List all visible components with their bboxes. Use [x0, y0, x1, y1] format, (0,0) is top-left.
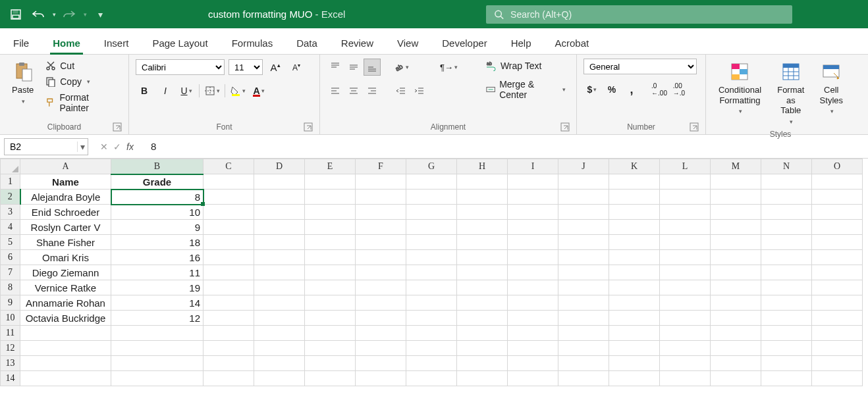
clipboard-dialog-launcher[interactable] [113, 122, 122, 132]
cell-J6[interactable] [558, 250, 609, 265]
cell-D2[interactable] [254, 190, 305, 205]
column-header-I[interactable]: I [508, 159, 558, 174]
cell-A12[interactable] [20, 341, 111, 356]
cell-A13[interactable] [20, 356, 111, 371]
cell-J11[interactable] [558, 326, 609, 341]
cell-C4[interactable] [203, 220, 254, 235]
cell-A10[interactable]: Octavia Buckridge [20, 311, 111, 326]
cell-K8[interactable] [609, 280, 660, 295]
cell-M13[interactable] [711, 356, 761, 371]
tab-file[interactable]: File [11, 31, 32, 54]
tab-developer[interactable]: Developer [439, 31, 489, 54]
cell-D8[interactable] [254, 280, 305, 295]
align-center-button[interactable] [345, 82, 362, 99]
enter-formula-icon[interactable]: ✓ [113, 141, 121, 152]
cell-K12[interactable] [609, 341, 660, 356]
cell-L6[interactable] [660, 250, 711, 265]
cell-H11[interactable] [457, 326, 508, 341]
cell-B13[interactable] [111, 356, 203, 371]
row-header-10[interactable]: 10 [1, 311, 20, 326]
cell-B2[interactable]: 8 [111, 190, 203, 205]
text-direction-button[interactable]: ¶→▾ [440, 59, 458, 76]
select-all-corner[interactable] [1, 159, 20, 174]
cell-I2[interactable] [508, 190, 558, 205]
underline-button[interactable]: U▾ [178, 82, 195, 99]
cell-C6[interactable] [203, 250, 254, 265]
cell-B7[interactable]: 11 [111, 265, 203, 280]
cell-I1[interactable] [508, 174, 558, 190]
column-header-H[interactable]: H [457, 159, 508, 174]
cell-L9[interactable] [660, 295, 711, 311]
cell-J7[interactable] [558, 265, 609, 280]
cell-A11[interactable] [20, 326, 111, 341]
cell-I13[interactable] [508, 356, 558, 371]
cell-E12[interactable] [305, 341, 356, 356]
tab-insert[interactable]: Insert [101, 31, 132, 54]
cell-A3[interactable]: Enid Schroeder [20, 205, 111, 220]
cell-B11[interactable] [111, 326, 203, 341]
format-as-table-button[interactable]: Format as Table▾ [770, 59, 812, 128]
cell-L4[interactable] [660, 220, 711, 235]
cell-C2[interactable] [203, 190, 254, 205]
row-header-13[interactable]: 13 [1, 356, 20, 371]
cell-E4[interactable] [305, 220, 356, 235]
qat-customize[interactable]: ▾ [91, 5, 109, 24]
cell-B12[interactable] [111, 341, 203, 356]
cell-O12[interactable] [812, 341, 863, 356]
cell-O13[interactable] [812, 356, 863, 371]
row-header-11[interactable]: 11 [1, 326, 20, 341]
cell-O11[interactable] [812, 326, 863, 341]
cell-K3[interactable] [609, 205, 660, 220]
cell-C12[interactable] [203, 341, 254, 356]
cell-B14[interactable] [111, 371, 203, 386]
cell-E2[interactable] [305, 190, 356, 205]
cancel-formula-icon[interactable]: ✕ [100, 141, 108, 152]
cell-styles-button[interactable]: Cell Styles▾ [815, 59, 848, 118]
cell-J13[interactable] [558, 356, 609, 371]
cell-K5[interactable] [609, 235, 660, 250]
increase-font-button[interactable]: A▴ [267, 59, 284, 76]
cell-J12[interactable] [558, 341, 609, 356]
cell-J4[interactable] [558, 220, 609, 235]
tab-formulas[interactable]: Formulas [229, 31, 276, 54]
cell-K10[interactable] [609, 311, 660, 326]
accounting-format-button[interactable]: $▾ [583, 81, 601, 98]
cell-J9[interactable] [558, 295, 609, 311]
cell-G12[interactable] [406, 341, 457, 356]
cell-C11[interactable] [203, 326, 254, 341]
cell-E9[interactable] [305, 295, 356, 311]
name-box-input[interactable] [5, 141, 77, 152]
cell-E8[interactable] [305, 280, 356, 295]
increase-indent-button[interactable] [411, 82, 428, 99]
cell-E3[interactable] [305, 205, 356, 220]
cell-D12[interactable] [254, 341, 305, 356]
align-middle-button[interactable] [345, 59, 362, 76]
cell-A8[interactable]: Vernice Ratke [20, 280, 111, 295]
cell-F8[interactable] [356, 280, 406, 295]
cell-E13[interactable] [305, 356, 356, 371]
cell-J3[interactable] [558, 205, 609, 220]
cell-I5[interactable] [508, 235, 558, 250]
cell-O10[interactable] [812, 311, 863, 326]
cell-G9[interactable] [406, 295, 457, 311]
cell-F6[interactable] [356, 250, 406, 265]
cell-L7[interactable] [660, 265, 711, 280]
row-header-5[interactable]: 5 [1, 235, 20, 250]
cell-E1[interactable] [305, 174, 356, 190]
cell-B1[interactable]: Grade [111, 174, 203, 190]
cell-H9[interactable] [457, 295, 508, 311]
decrease-indent-button[interactable] [393, 82, 410, 99]
cell-H4[interactable] [457, 220, 508, 235]
cell-F13[interactable] [356, 356, 406, 371]
cell-G13[interactable] [406, 356, 457, 371]
cell-N14[interactable] [761, 371, 812, 386]
italic-button[interactable]: I [157, 82, 174, 99]
tab-acrobat[interactable]: Acrobat [553, 31, 592, 54]
redo-button[interactable] [60, 5, 78, 24]
cell-L1[interactable] [660, 174, 711, 190]
align-top-button[interactable] [327, 59, 344, 76]
column-header-E[interactable]: E [305, 159, 356, 174]
cell-N12[interactable] [761, 341, 812, 356]
cell-G7[interactable] [406, 265, 457, 280]
cell-A4[interactable]: Roslyn Carter V [20, 220, 111, 235]
